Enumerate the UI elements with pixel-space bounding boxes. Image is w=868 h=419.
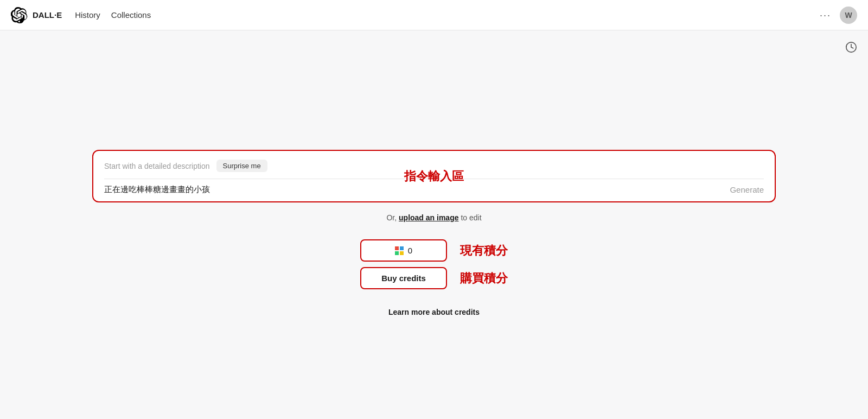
credits-count: 0 (408, 246, 412, 255)
buy-credits-row: Buy credits 購買積分 (360, 267, 508, 289)
nav-history[interactable]: History (75, 10, 100, 20)
prompt-container: 指令輸入區 Start with a detailed description … (92, 150, 776, 202)
nav-right: ··· W (820, 7, 857, 24)
icon-cell-green (395, 251, 399, 255)
upload-suffix: to edit (459, 213, 482, 222)
annotation-credits: 現有積分 (460, 243, 508, 259)
navbar: DALL·E History Collections ··· W (0, 0, 868, 30)
prompt-placeholder: Start with a detailed description (104, 162, 210, 170)
openai-icon (11, 7, 28, 24)
icon-cell-blue (400, 246, 404, 250)
credits-count-row: 0 現有積分 (360, 239, 508, 262)
app-title: DALL·E (33, 10, 62, 20)
buy-credits-button[interactable]: Buy credits (360, 267, 447, 289)
more-options-button[interactable]: ··· (820, 10, 831, 20)
icon-cell-red (395, 246, 399, 250)
credits-area: 0 現有積分 Buy credits 購買積分 Learn more about… (360, 239, 508, 316)
main-content: 指令輸入區 Start with a detailed description … (0, 30, 868, 327)
surprise-me-button[interactable]: Surprise me (216, 160, 267, 172)
history-clock-icon (845, 41, 857, 53)
prompt-input-row: 正在邊吃棒棒糖邊畫畫的小孩 Generate (104, 179, 764, 195)
generate-button[interactable]: Generate (730, 185, 764, 194)
prompt-input-text[interactable]: 正在邊吃棒棒糖邊畫畫的小孩 (104, 185, 210, 195)
avatar[interactable]: W (840, 7, 857, 24)
nav-logo[interactable]: DALL·E (11, 7, 62, 24)
history-icon-button[interactable] (845, 41, 857, 56)
credits-badge[interactable]: 0 (360, 239, 447, 262)
upload-row: Or, upload an image to edit (386, 213, 481, 222)
prompt-top-row: Start with a detailed description Surpri… (104, 160, 764, 172)
icon-cell-yellow (400, 251, 404, 255)
annotation-buy: 購買積分 (460, 270, 508, 287)
upload-image-link[interactable]: upload an image (399, 213, 458, 222)
upload-prefix: Or, (386, 213, 399, 222)
nav-collections[interactable]: Collections (111, 10, 151, 20)
learn-more-link[interactable]: Learn more about credits (388, 308, 480, 316)
credits-mosaic-icon (395, 246, 404, 255)
